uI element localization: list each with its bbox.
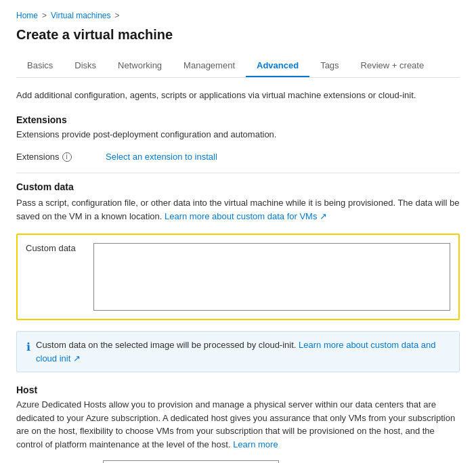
extensions-section: Extensions Extensions provide post-deplo… [16, 114, 460, 162]
custom-data-title: Custom data [16, 181, 460, 192]
breadcrumb-home[interactable]: Home [16, 11, 38, 20]
info-banner-text: Custom data on the selected image will b… [36, 340, 296, 350]
host-group-field-row: Host group i No host group found [16, 460, 460, 463]
extensions-title: Extensions [16, 114, 460, 125]
external-link-icon-2: ↗ [73, 353, 81, 363]
divider-1 [16, 173, 460, 173]
tab-basics[interactable]: Basics [16, 55, 64, 77]
breadcrumb-sep2: > [115, 11, 120, 20]
host-title: Host [16, 384, 460, 395]
tab-tags[interactable]: Tags [309, 55, 349, 77]
tab-disks[interactable]: Disks [64, 55, 107, 77]
breadcrumb-virtual-machines[interactable]: Virtual machines [51, 11, 111, 20]
host-section: Host Azure Dedicated Hosts allow you to … [16, 384, 460, 463]
host-group-select[interactable]: No host group found [103, 460, 279, 463]
host-learn-more-link[interactable]: Learn more [233, 439, 278, 449]
custom-data-input[interactable] [93, 243, 450, 311]
custom-data-section: Custom data Pass a script, configuration… [16, 181, 460, 320]
host-group-dropdown-wrapper: No host group found [103, 460, 279, 463]
tab-management[interactable]: Management [173, 55, 246, 77]
page-description: Add additional configuration, agents, sc… [16, 89, 460, 102]
info-banner-icon: ℹ [26, 339, 30, 355]
custom-data-description: Pass a script, configuration file, or ot… [16, 196, 460, 223]
custom-data-field-label: Custom data [26, 243, 93, 253]
host-description: Azure Dedicated Hosts allow you to provi… [16, 398, 460, 451]
tab-networking[interactable]: Networking [107, 55, 173, 77]
breadcrumb-sep1: > [42, 11, 47, 20]
extensions-field-label: Extensions i [16, 152, 98, 162]
tab-review-create[interactable]: Review + create [350, 55, 435, 77]
info-banner: ℹ Custom data on the selected image will… [16, 331, 460, 372]
extensions-info-icon[interactable]: i [62, 152, 72, 162]
extensions-description: Extensions provide post-deployment confi… [16, 128, 460, 141]
page-title: Create a virtual machine [16, 27, 460, 43]
custom-data-box: Custom data [16, 234, 460, 320]
extensions-field-row: Extensions i Select an extension to inst… [16, 152, 460, 162]
tabs-container: Basics Disks Networking Management Advan… [16, 55, 460, 78]
breadcrumb: Home > Virtual machines > [16, 11, 460, 20]
external-link-icon: ↗ [320, 211, 327, 221]
tab-advanced[interactable]: Advanced [246, 55, 309, 77]
select-extension-link[interactable]: Select an extension to install [106, 152, 217, 162]
custom-data-learn-more-link[interactable]: Learn more about custom data for VMs ↗ [165, 211, 327, 221]
